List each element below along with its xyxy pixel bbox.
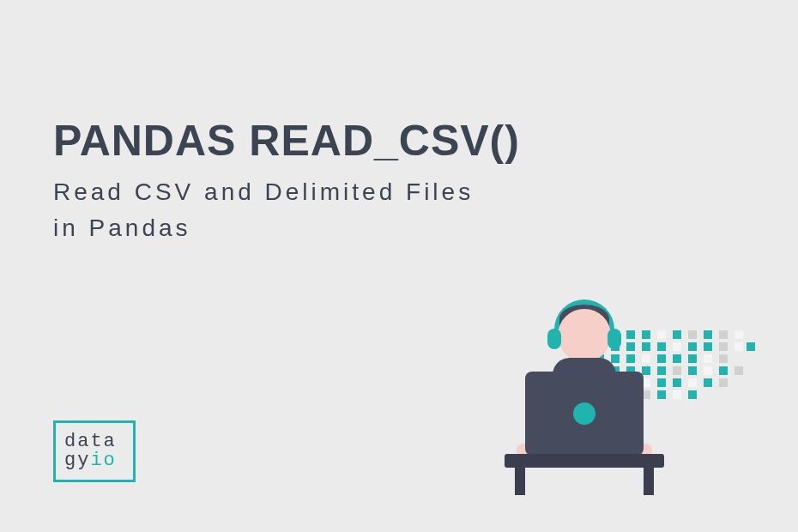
desk-leg-right: [644, 466, 654, 495]
developer-illustration: [463, 296, 755, 502]
headphone-left: [547, 329, 561, 349]
logo-text-line2: gyio: [64, 451, 133, 470]
headphone-right: [608, 329, 621, 349]
desk-leg-left: [515, 466, 525, 495]
person-head: [558, 309, 611, 362]
page-title: PANDAS READ_CSV(): [53, 116, 520, 166]
page-subtitle: Read CSV and Delimited Files in Pandas: [53, 174, 474, 246]
logo-text-line1: data: [64, 432, 133, 451]
laptop-logo-dot: [573, 402, 595, 425]
subtitle-line-2: in Pandas: [53, 210, 474, 246]
desk-top: [505, 454, 664, 468]
datagy-logo: data gyio: [53, 420, 136, 482]
subtitle-line-1: Read CSV and Delimited Files: [53, 174, 474, 210]
